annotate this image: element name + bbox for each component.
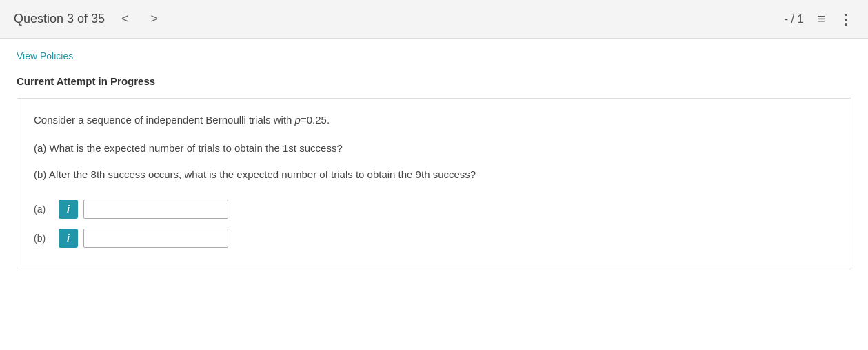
- next-button[interactable]: >: [145, 9, 164, 29]
- score-display: - / 1: [785, 13, 804, 26]
- answer-label-a: (a): [34, 204, 53, 215]
- info-button-b[interactable]: i: [59, 229, 78, 248]
- answer-input-a[interactable]: [83, 200, 228, 219]
- more-options-icon[interactable]: ⋮: [839, 11, 854, 28]
- answer-row-a: (a) i: [34, 200, 834, 219]
- list-icon[interactable]: ≡: [817, 11, 825, 27]
- view-policies-link[interactable]: View Policies: [17, 50, 73, 61]
- question-part-a: (a) What is the expected number of trial…: [34, 141, 834, 157]
- header-left: Question 3 of 35 < >: [14, 9, 163, 29]
- content-area: View Policies Current Attempt in Progres…: [0, 39, 868, 350]
- question-box: Consider a sequence of independent Berno…: [17, 98, 851, 269]
- header-right: - / 1 ≡ ⋮: [785, 11, 854, 28]
- answer-section: (a) i (b) i: [34, 200, 834, 248]
- prev-button[interactable]: <: [116, 9, 134, 29]
- answer-input-b[interactable]: [83, 229, 228, 248]
- answer-row-b: (b) i: [34, 229, 834, 248]
- question-label: Question 3 of 35: [14, 12, 105, 26]
- header-bar: Question 3 of 35 < > - / 1 ≡ ⋮: [0, 0, 868, 39]
- question-intro: Consider a sequence of independent Berno…: [34, 113, 834, 128]
- info-button-a[interactable]: i: [59, 200, 78, 219]
- question-part-b: (b) After the 8th success occurs, what i…: [34, 167, 834, 183]
- attempt-label: Current Attempt in Progress: [17, 75, 851, 87]
- answer-label-b: (b): [34, 233, 53, 244]
